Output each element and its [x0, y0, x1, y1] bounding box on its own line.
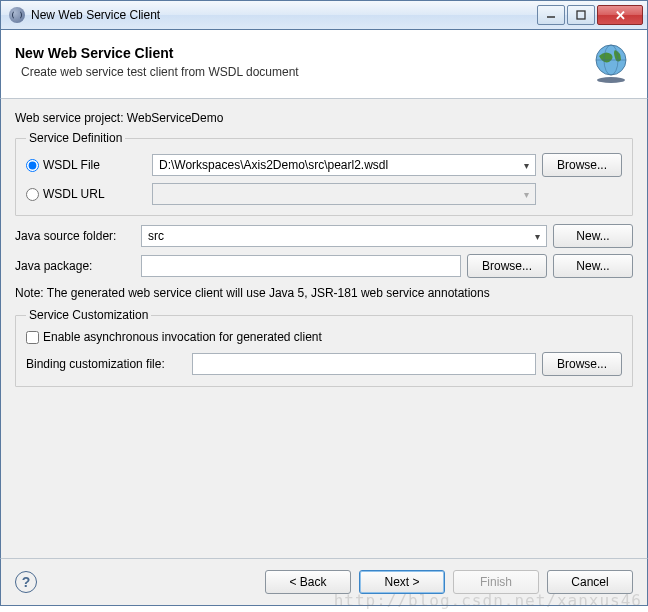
wizard-content: Web service project: WebServiceDemo Serv…: [0, 99, 648, 558]
wizard-footer: ? < Back Next > Finish Cancel: [0, 558, 648, 606]
java-source-new-button[interactable]: New...: [553, 224, 633, 248]
back-button[interactable]: < Back: [265, 570, 351, 594]
service-customization-group: Service Customization Enable asynchronou…: [15, 308, 633, 387]
java-source-value: src: [148, 229, 164, 243]
wsdl-file-label: WSDL File: [43, 158, 100, 172]
java-package-input[interactable]: [141, 255, 461, 277]
wsdl-file-value: D:\Workspaces\Axis2Demo\src\pearl2.wsdl: [159, 158, 388, 172]
java-package-browse-button[interactable]: Browse...: [467, 254, 547, 278]
service-definition-group: Service Definition WSDL File D:\Workspac…: [15, 131, 633, 216]
binding-file-input[interactable]: [192, 353, 536, 375]
wsdl-url-combo: [152, 183, 536, 205]
maximize-button[interactable]: [567, 5, 595, 25]
svg-point-2: [597, 77, 625, 83]
banner-heading: New Web Service Client: [15, 45, 589, 61]
help-icon[interactable]: ?: [15, 571, 37, 593]
wsdl-url-radio-wrap[interactable]: WSDL URL: [26, 187, 146, 201]
enable-async-label: Enable asynchronous invocation for gener…: [43, 330, 322, 344]
enable-async-checkbox[interactable]: [26, 331, 39, 344]
wizard-banner: New Web Service Client Create web servic…: [0, 30, 648, 99]
close-button[interactable]: ✕: [597, 5, 643, 25]
java-package-label: Java package:: [15, 259, 135, 273]
binding-file-label: Binding customization file:: [26, 357, 186, 371]
wsdl-file-browse-button[interactable]: Browse...: [542, 153, 622, 177]
wsdl-url-radio[interactable]: [26, 188, 39, 201]
service-definition-legend: Service Definition: [26, 131, 125, 145]
java-source-label: Java source folder:: [15, 229, 135, 243]
next-button[interactable]: Next >: [359, 570, 445, 594]
enable-async-row[interactable]: Enable asynchronous invocation for gener…: [26, 330, 622, 344]
service-customization-legend: Service Customization: [26, 308, 151, 322]
finish-button: Finish: [453, 570, 539, 594]
wsdl-file-radio-wrap[interactable]: WSDL File: [26, 158, 146, 172]
java-package-new-button[interactable]: New...: [553, 254, 633, 278]
java-source-combo[interactable]: src: [141, 225, 547, 247]
svg-rect-1: [577, 11, 585, 19]
banner-subheading: Create web service test client from WSDL…: [21, 65, 589, 79]
window-titlebar: New Web Service Client ✕: [0, 0, 648, 30]
cancel-button[interactable]: Cancel: [547, 570, 633, 594]
wsdl-file-radio[interactable]: [26, 159, 39, 172]
globe-icon: [589, 40, 633, 84]
project-label: Web service project:: [15, 111, 124, 125]
window-controls: ✕: [537, 5, 643, 25]
project-row: Web service project: WebServiceDemo: [15, 111, 633, 125]
binding-file-browse-button[interactable]: Browse...: [542, 352, 622, 376]
annotations-note: Note: The generated web service client w…: [15, 286, 633, 300]
window-title: New Web Service Client: [31, 8, 537, 22]
project-value: WebServiceDemo: [127, 111, 223, 125]
wsdl-file-combo[interactable]: D:\Workspaces\Axis2Demo\src\pearl2.wsdl: [152, 154, 536, 176]
app-icon: [9, 7, 25, 23]
wsdl-url-label: WSDL URL: [43, 187, 105, 201]
minimize-button[interactable]: [537, 5, 565, 25]
